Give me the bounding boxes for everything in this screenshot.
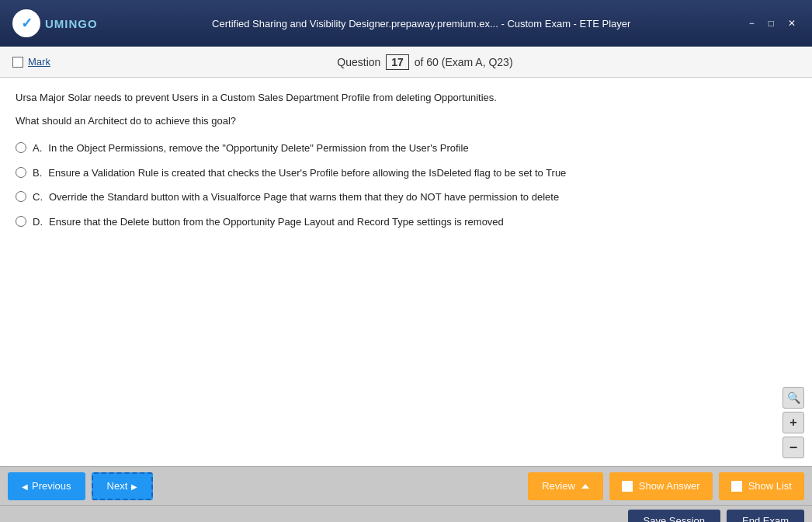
save-session-button[interactable]: Save Session: [628, 510, 721, 523]
zoom-out-button[interactable]: −: [783, 437, 804, 458]
mark-label[interactable]: Mark: [28, 56, 50, 68]
bottom-toolbar: Previous Next Review Show Answer Show Li…: [0, 466, 812, 505]
radio-c[interactable]: [16, 191, 26, 202]
review-arrow-icon: [581, 484, 589, 489]
next-label: Next: [107, 480, 128, 492]
bottom-row2: Save Session End Exam: [0, 505, 812, 522]
option-b-text: Ensure a Validation Rule is created that…: [48, 165, 566, 181]
option-a[interactable]: A. In the Object Permissions, remove the…: [16, 141, 796, 156]
question-label: Question: [337, 56, 380, 68]
search-icon[interactable]: 🔍: [783, 387, 804, 409]
radio-d[interactable]: [16, 216, 26, 227]
zoom-in-button[interactable]: +: [783, 412, 804, 433]
show-answer-icon: [622, 481, 633, 492]
main-content: Ursa Major Solar needs to prevent Users …: [0, 78, 812, 466]
window-controls: − □ ✕: [745, 16, 800, 30]
question-prompt: What should an Architect do to achieve t…: [16, 113, 796, 129]
question-info: Question 17 of 60 (Exam A, Q23): [50, 54, 800, 70]
radio-a[interactable]: [16, 142, 26, 153]
option-a-letter: A.: [33, 141, 42, 156]
radio-b[interactable]: [16, 167, 26, 178]
window-title: Certified Sharing and Visibility Designe…: [98, 18, 745, 30]
next-button[interactable]: Next: [92, 472, 154, 500]
question-total: of 60 (Exam A, Q23): [415, 56, 513, 68]
option-d[interactable]: D. Ensure that the Delete button from th…: [16, 214, 796, 230]
option-c-text: Override the Standard button with a Visu…: [49, 190, 559, 205]
show-list-label: Show List: [748, 480, 792, 492]
show-list-button[interactable]: Show List: [719, 472, 804, 500]
option-b[interactable]: B. Ensure a Validation Rule is created t…: [16, 165, 796, 181]
question-number: 17: [386, 54, 409, 70]
logo-text: UMINGO: [45, 17, 98, 30]
title-bar: ✓ UMINGO Certified Sharing and Visibilit…: [0, 0, 812, 47]
mark-checkbox[interactable]: [12, 57, 23, 68]
option-d-text: Ensure that the Delete button from the O…: [49, 214, 504, 230]
option-d-letter: D.: [33, 214, 43, 230]
option-a-text: In the Object Permissions, remove the "O…: [48, 141, 468, 156]
previous-button[interactable]: Previous: [8, 472, 85, 500]
option-b-letter: B.: [33, 165, 42, 181]
zoom-controls: 🔍 + −: [783, 387, 804, 458]
logo-icon: ✓: [12, 9, 40, 37]
show-list-icon: [731, 481, 742, 492]
logo-area: ✓ UMINGO: [12, 9, 98, 37]
minimize-button[interactable]: −: [745, 16, 758, 30]
review-label: Review: [542, 480, 575, 492]
question-text: Ursa Major Solar needs to prevent Users …: [16, 90, 796, 106]
close-button[interactable]: ✕: [784, 16, 800, 30]
chevron-right-icon: [131, 480, 137, 492]
review-button[interactable]: Review: [528, 472, 603, 500]
show-answer-button[interactable]: Show Answer: [609, 472, 713, 500]
end-exam-button[interactable]: End Exam: [727, 510, 804, 523]
option-c[interactable]: C. Override the Standard button with a V…: [16, 190, 796, 205]
maximize-button[interactable]: □: [765, 16, 778, 30]
question-header: Mark Question 17 of 60 (Exam A, Q23): [0, 47, 812, 78]
chevron-left-icon: [22, 480, 28, 492]
previous-label: Previous: [32, 480, 71, 492]
mark-area[interactable]: Mark: [12, 56, 50, 68]
show-answer-label: Show Answer: [639, 480, 700, 492]
option-c-letter: C.: [33, 190, 43, 205]
